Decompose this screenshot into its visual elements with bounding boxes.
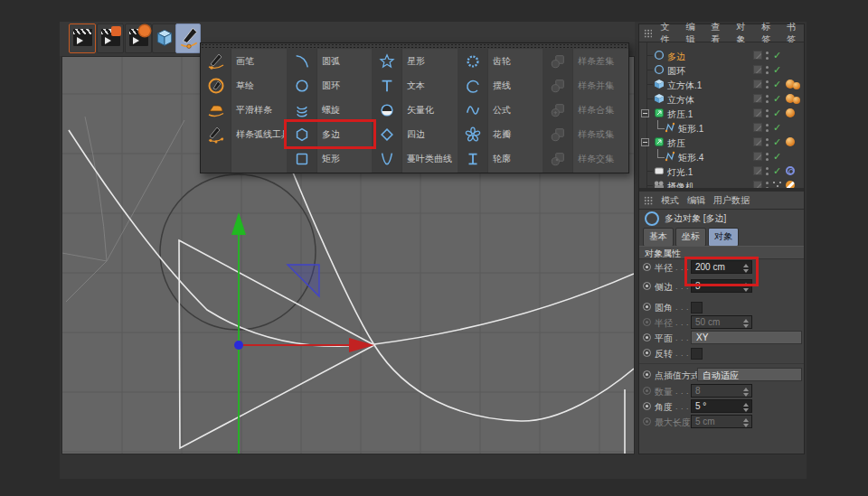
menu-item-arc[interactable]: 圆弧 [287, 49, 372, 73]
render-settings-button[interactable] [125, 23, 152, 53]
panel-grip-icon[interactable] [644, 29, 652, 38]
stepper-arrows[interactable] [743, 388, 750, 397]
menu-item-flower[interactable]: 花瓣 [458, 122, 542, 146]
layer-toggle[interactable] [753, 137, 762, 146]
menu-item-star[interactable]: 星形 [372, 49, 457, 73]
enabled-check[interactable]: ✓ [773, 136, 781, 148]
object-row-cube[interactable]: 立方体 ✓ [639, 91, 804, 106]
keyframe-radio[interactable] [643, 263, 651, 271]
circle-spline[interactable] [160, 174, 316, 330]
menu-item-cycloid[interactable]: 摆线 [458, 73, 542, 98]
am-menu-edit[interactable]: 编辑 [687, 194, 705, 207]
sides-input[interactable]: 3 [691, 279, 752, 293]
layer-toggle[interactable] [753, 181, 762, 188]
keyframe-radio[interactable] [643, 417, 651, 426]
menu-item-spline-and[interactable]: 样条合集 [542, 98, 627, 122]
visibility-dots[interactable] [766, 167, 769, 175]
menu-item-helix[interactable]: 螺旋 [287, 98, 372, 122]
visibility-dots[interactable] [766, 124, 769, 132]
tab-object[interactable]: 对象 [708, 228, 739, 247]
object-row-camera[interactable]: 摄像机 [639, 178, 804, 188]
enabled-check[interactable]: ✓ [773, 151, 781, 163]
menu-item-sketch[interactable]: 草绘 [201, 73, 286, 98]
selected-splines[interactable] [69, 130, 634, 454]
tab-coordinates[interactable]: 坐标 [675, 228, 706, 247]
keyframe-radio[interactable] [643, 370, 651, 379]
enabled-check[interactable]: ✓ [773, 122, 781, 134]
panel-grip-icon[interactable] [644, 196, 653, 205]
layer-toggle[interactable] [753, 108, 762, 117]
collapse-toggle[interactable] [641, 138, 649, 146]
menu-item-circle[interactable]: 圆环 [287, 73, 372, 98]
enabled-check[interactable]: ✓ [773, 79, 781, 90]
menu-item-smooth-spline[interactable]: 平滑样条 [201, 98, 286, 122]
menu-item-polygon[interactable]: 多边 [287, 122, 372, 146]
layer-toggle[interactable] [753, 51, 762, 60]
tab-basic[interactable]: 基本 [643, 228, 674, 247]
stepper-arrows[interactable] [743, 264, 750, 273]
reverse-checkbox[interactable] [691, 348, 703, 360]
visibility-dots[interactable] [766, 182, 769, 188]
layer-toggle[interactable] [753, 65, 762, 74]
menu-item-rectangle[interactable]: 矩形 [287, 146, 372, 171]
menu-item-cissoid[interactable]: 蔓叶类曲线 [372, 146, 457, 171]
object-row-extrude1[interactable]: 挤压.1 ✓ [639, 106, 804, 120]
visibility-dots[interactable] [766, 51, 769, 60]
menu-item-spline-or[interactable]: 样条或集 [542, 122, 627, 146]
angle-input[interactable]: 5 ° [691, 399, 752, 413]
menu-item-pen[interactable]: 画笔 [201, 49, 286, 73]
layer-toggle[interactable] [753, 80, 762, 89]
menu-item-fourside[interactable]: 四边 [372, 122, 457, 146]
visibility-dots[interactable] [766, 66, 769, 74]
visibility-dots[interactable] [766, 95, 769, 103]
keyframe-radio[interactable] [643, 349, 651, 357]
origin-handle[interactable] [234, 341, 243, 350]
interpolation-dropdown[interactable]: 自动适应 [697, 368, 802, 381]
menu-item-spline-intersect[interactable]: 样条交集 [542, 146, 627, 171]
layer-toggle[interactable] [753, 152, 762, 161]
object-row-circle[interactable]: 圆环 ✓ [639, 62, 804, 77]
phong-tag[interactable] [786, 137, 795, 146]
menu-item-vectorizer[interactable]: 矢量化 [372, 98, 457, 122]
menu-item-spline-arc-tool[interactable]: 样条弧线工具 [201, 122, 286, 146]
keyframe-radio[interactable] [643, 303, 651, 311]
menu-item-formula[interactable]: 公式 [458, 98, 542, 122]
collapse-toggle[interactable] [641, 109, 649, 117]
keyframe-radio[interactable] [643, 282, 651, 290]
stepper-arrows[interactable] [743, 319, 750, 328]
y-axis-arrow[interactable] [231, 212, 246, 235]
menu-item-profile[interactable]: 轮廓 [458, 146, 542, 171]
visibility-dots[interactable] [766, 153, 769, 161]
spline-pen-button-active[interactable] [175, 23, 201, 53]
am-menu-userdata[interactable]: 用户数据 [713, 194, 750, 207]
keyframe-radio[interactable] [643, 333, 651, 342]
layer-toggle[interactable] [753, 94, 762, 103]
object-row-rectangle1[interactable]: 矩形.1 ✓ [639, 120, 804, 135]
enabled-check[interactable]: ✓ [773, 108, 781, 119]
camera-crosshair-icon[interactable] [773, 182, 781, 188]
menu-item-gear[interactable]: 齿轮 [458, 49, 542, 73]
stepper-arrows[interactable] [743, 403, 750, 412]
keyframe-radio[interactable] [643, 402, 651, 410]
menu-item-spline-union[interactable]: 样条并集 [542, 73, 627, 98]
enabled-check[interactable]: ✓ [773, 93, 781, 105]
enabled-check[interactable]: ✓ [773, 50, 781, 61]
visibility-dots[interactable] [766, 109, 769, 117]
plane-dropdown[interactable]: XY [691, 331, 802, 344]
phong-tag[interactable] [793, 97, 800, 104]
number-input[interactable]: 8 [691, 384, 752, 398]
add-cube-button[interactable] [152, 23, 176, 53]
render-view-button[interactable] [69, 23, 96, 53]
phong-tag[interactable] [793, 82, 800, 89]
render-picture-viewer-button[interactable] [97, 23, 124, 53]
object-row-extrude[interactable]: 挤压 ✓ [639, 135, 804, 149]
rounding-checkbox[interactable] [691, 302, 703, 314]
visibility-dots[interactable] [766, 138, 769, 146]
rounding-radius-input[interactable]: 50 cm [691, 315, 752, 329]
stepper-arrows[interactable] [743, 418, 750, 427]
radius-input[interactable]: 200 cm [691, 260, 752, 274]
menu-item-spline-difference[interactable]: 样条差集 [542, 49, 627, 73]
enabled-check[interactable]: ✓ [773, 165, 781, 177]
protection-tag[interactable] [786, 181, 795, 188]
light-target-tag[interactable] [786, 166, 795, 175]
